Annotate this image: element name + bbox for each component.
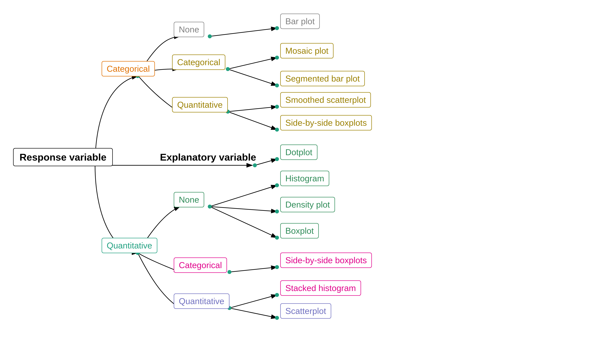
explanatory-variable-label: Explanatory variable — [160, 152, 256, 163]
svg-point-15 — [275, 157, 279, 161]
mosaic-plot-label: Mosaic plot — [285, 46, 329, 56]
svg-point-16 — [275, 183, 279, 187]
side-by-side-boxplots-top-node: Side-by-side boxplots — [280, 115, 372, 130]
svg-point-10 — [275, 26, 279, 30]
boxplot-label: Boxplot — [285, 226, 314, 236]
stacked-histogram-node: Stacked histogram — [280, 280, 361, 296]
histogram-label: Histogram — [285, 174, 324, 183]
svg-point-12 — [275, 84, 279, 87]
svg-point-7 — [208, 205, 212, 208]
histogram-node: Histogram — [280, 171, 329, 186]
cat-under-quant-label: Categorical — [179, 260, 222, 270]
none-quantitative-label: None — [179, 195, 199, 205]
quant-under-quant-label: Quantitative — [179, 296, 224, 306]
svg-point-4 — [208, 34, 212, 38]
svg-point-20 — [275, 293, 279, 297]
categorical-top-label: Categorical — [107, 64, 150, 74]
bar-plot-node: Bar plot — [280, 13, 320, 29]
svg-point-18 — [275, 236, 279, 240]
categorical-top-node: Categorical — [102, 61, 155, 76]
density-plot-node: Density plot — [280, 197, 335, 212]
response-variable-node: Response variable — [13, 148, 113, 166]
scatterplot-node: Scatterplot — [280, 303, 331, 319]
none-categorical-label: None — [179, 25, 199, 34]
svg-point-8 — [228, 270, 231, 274]
none-categorical-node: None — [174, 22, 204, 37]
mosaic-plot-node: Mosaic plot — [280, 43, 334, 58]
stacked-histogram-label: Stacked histogram — [285, 283, 356, 293]
svg-point-21 — [275, 316, 279, 320]
side-by-side-boxplots-bottom-label: Side-by-side boxplots — [285, 255, 367, 265]
quant-under-quant-node: Quantitative — [174, 293, 229, 309]
svg-point-11 — [275, 56, 279, 59]
density-plot-label: Density plot — [285, 200, 330, 209]
segmented-bar-plot-node: Segmented bar plot — [280, 71, 365, 86]
quant-under-cat-label: Quantitative — [177, 100, 223, 110]
svg-point-5 — [226, 67, 230, 71]
explanatory-variable-node: Explanatory variable — [154, 149, 262, 166]
svg-point-14 — [275, 128, 279, 132]
bar-plot-label: Bar plot — [285, 16, 315, 26]
none-quantitative-node: None — [174, 192, 204, 207]
svg-point-13 — [275, 105, 279, 109]
dotplot-label: Dotplot — [285, 147, 312, 157]
boxplot-node: Boxplot — [280, 223, 319, 239]
response-variable-label: Response variable — [20, 152, 106, 163]
side-by-side-boxplots-top-label: Side-by-side boxplots — [285, 118, 367, 128]
dotplot-node: Dotplot — [280, 144, 317, 160]
quantitative-bottom-node: Quantitative — [102, 238, 157, 253]
svg-point-17 — [275, 209, 279, 214]
scatterplot-label: Scatterplot — [285, 306, 326, 316]
quantitative-bottom-label: Quantitative — [107, 240, 152, 250]
cat-under-cat-label: Categorical — [177, 57, 220, 67]
smoothed-scatterplot-label: Smoothed scatterplot — [285, 95, 366, 105]
smoothed-scatterplot-node: Smoothed scatterplot — [280, 92, 371, 108]
segmented-bar-plot-label: Segmented bar plot — [285, 74, 360, 84]
side-by-side-boxplots-bottom-node: Side-by-side boxplots — [280, 253, 372, 268]
quant-under-cat-node: Quantitative — [172, 97, 228, 112]
cat-under-cat-node: Categorical — [172, 54, 225, 70]
cat-under-quant-node: Categorical — [174, 257, 227, 273]
svg-point-19 — [275, 265, 279, 269]
